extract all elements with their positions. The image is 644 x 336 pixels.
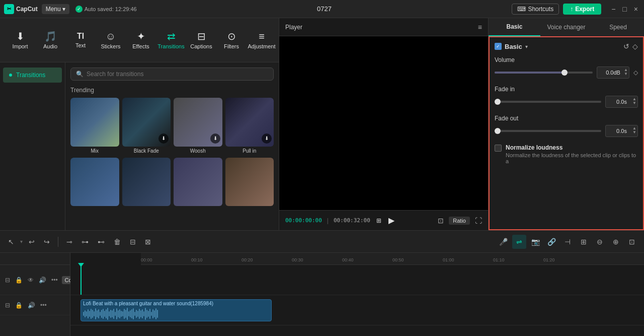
fade-out-slider-track[interactable] bbox=[495, 130, 601, 132]
play-button[interactable]: ▶ bbox=[387, 215, 395, 226]
normalize-checkbox[interactable] bbox=[495, 145, 502, 152]
wave-bar bbox=[139, 309, 140, 319]
maximize-button[interactable]: □ bbox=[620, 4, 628, 14]
import-icon: ⬇ bbox=[16, 31, 25, 41]
keyframe-button[interactable]: ◇ bbox=[632, 42, 638, 50]
zoom-in-button[interactable]: ⊕ bbox=[609, 235, 623, 249]
volume-keyframe-button[interactable]: ◇ bbox=[633, 69, 638, 76]
volume-spinners[interactable]: ▲ ▼ bbox=[624, 68, 628, 76]
right-panel: Basic Voice changer Speed ✓ Basic ▾ ↺ ◇ … bbox=[488, 18, 644, 230]
audio-volume-icon[interactable]: 🔊 bbox=[27, 301, 36, 310]
video-eye-icon[interactable]: 👁 bbox=[27, 276, 35, 285]
split-right-button[interactable]: ⊷ bbox=[95, 236, 108, 248]
toolbar-adjustment[interactable]: ≡ Adjustment bbox=[247, 28, 277, 52]
captions-icon: ⊟ bbox=[197, 31, 206, 41]
fit-timeline-button[interactable]: ⊡ bbox=[625, 235, 639, 249]
basic-checkbox[interactable]: ✓ bbox=[495, 43, 502, 50]
toolbar-captions[interactable]: ⊟ Captions bbox=[186, 28, 216, 52]
download-icon[interactable]: ⬇ bbox=[210, 133, 220, 144]
playhead-triangle bbox=[78, 263, 84, 267]
shortcuts-button[interactable]: ⌨ Shortcuts bbox=[512, 4, 559, 15]
camera-button[interactable]: 📷 bbox=[528, 235, 542, 249]
align-button[interactable]: ⊣ bbox=[560, 235, 575, 249]
reset-button[interactable]: ↺ bbox=[623, 42, 629, 50]
menu-button[interactable]: Menu ▾ bbox=[42, 4, 69, 14]
tab-voice-changer[interactable]: Voice changer bbox=[540, 18, 592, 36]
toolbar-import[interactable]: ⬇ Import bbox=[5, 28, 35, 52]
toolbar-transitions[interactable]: ⇄ Transitions bbox=[156, 28, 186, 52]
transition-2-2[interactable] bbox=[122, 158, 171, 208]
minimize-button[interactable]: − bbox=[609, 4, 617, 14]
transition-pullin[interactable]: ⬇ Pull in bbox=[225, 98, 274, 154]
audio-more-icon[interactable]: ••• bbox=[39, 301, 48, 310]
timeline-area: ↖ ▾ ↩ ↪ ⊸ ⊶ ⊷ 🗑 ⊟ ⊠ 🎤 ⇌ 📷 🔗 ⊣ ⊞ ⊖ ⊕ ⊡ bbox=[0, 230, 644, 336]
tab-basic[interactable]: Basic bbox=[489, 18, 540, 36]
player-menu-button[interactable]: ≡ bbox=[478, 23, 482, 31]
toolbar-text[interactable]: TI Text bbox=[65, 29, 96, 51]
transition-woosh[interactable]: ⬇ Woosh bbox=[174, 98, 222, 154]
normalize-title: Normalize loudness bbox=[506, 144, 638, 151]
fade-out-value-input[interactable]: 0.0s ▲ ▼ bbox=[605, 125, 638, 137]
fade-in-value-input[interactable]: 0.0s ▲ ▼ bbox=[605, 96, 638, 108]
transition-2-1[interactable] bbox=[70, 158, 119, 208]
toolbar-stickers[interactable]: ☺ Stickers bbox=[96, 28, 126, 52]
track-content: 00:00 00:10 00:20 00:30 00:40 00:50 01:0… bbox=[70, 253, 644, 336]
wave-bar bbox=[83, 312, 84, 316]
toolbar-audio[interactable]: 🎵 Audio bbox=[35, 28, 65, 52]
chain-button[interactable]: 🔗 bbox=[544, 235, 558, 249]
sidebar-content: Transitions 🔍 Trending Mix ⬇ bbox=[0, 62, 279, 230]
protect-button[interactable]: ⊠ bbox=[142, 236, 154, 248]
fade-in-slider-track[interactable] bbox=[495, 101, 601, 103]
download-icon[interactable]: ⬇ bbox=[262, 133, 272, 144]
redo-button[interactable]: ↪ bbox=[41, 236, 53, 248]
undo-button[interactable]: ↩ bbox=[26, 236, 38, 248]
audio-track-lock-icon[interactable]: 🔒 bbox=[14, 301, 24, 310]
auto-save-status: ✓ Auto saved: 12:29:46 bbox=[75, 6, 137, 13]
zoom-out-button[interactable]: ⊖ bbox=[593, 235, 607, 249]
ratio-button[interactable]: Ratio bbox=[449, 217, 470, 225]
transition-mix[interactable]: Mix bbox=[70, 98, 119, 154]
group-button[interactable]: ⊟ bbox=[127, 236, 139, 248]
link-audio-button[interactable]: ⇌ bbox=[512, 235, 526, 249]
timeline-toolbar: ↖ ▾ ↩ ↪ ⊸ ⊶ ⊷ 🗑 ⊟ ⊠ 🎤 ⇌ 📷 🔗 ⊣ ⊞ ⊖ ⊕ ⊡ bbox=[0, 231, 644, 253]
audio-lock-icon[interactable]: ⊟ bbox=[4, 301, 11, 310]
split-button[interactable]: ⊸ bbox=[63, 236, 75, 248]
audio-clip[interactable]: Lofi Beat with a pleasant guitar and wat… bbox=[80, 299, 272, 321]
wave-bar bbox=[109, 311, 110, 316]
download-icon[interactable]: ⬇ bbox=[158, 133, 169, 144]
volume-value-input[interactable]: 0.0dB ▲ ▼ bbox=[597, 66, 629, 79]
video-volume-icon[interactable]: 🔊 bbox=[38, 276, 47, 285]
delete-button[interactable]: 🗑 bbox=[111, 236, 124, 248]
playhead[interactable] bbox=[80, 265, 82, 295]
transition-2-3[interactable] bbox=[174, 158, 222, 208]
video-track-settings-icon[interactable]: ⊟ bbox=[4, 276, 11, 285]
wave-bar bbox=[104, 311, 105, 317]
timeline-grid-button[interactable]: ⊞ bbox=[375, 216, 382, 225]
search-box[interactable]: 🔍 bbox=[70, 68, 274, 81]
picture-in-picture-button[interactable]: ⊞ bbox=[577, 235, 591, 249]
select-dropdown-icon: ▾ bbox=[20, 239, 23, 244]
sidebar-item-transitions[interactable]: Transitions bbox=[3, 68, 62, 83]
video-lock-icon[interactable]: 🔒 bbox=[14, 276, 24, 285]
mic-button[interactable]: 🎤 bbox=[496, 235, 510, 249]
volume-slider-thumb bbox=[561, 70, 568, 76]
fade-out-spinners[interactable]: ▲ ▼ bbox=[632, 126, 636, 135]
close-button[interactable]: × bbox=[632, 4, 640, 14]
search-input[interactable] bbox=[87, 71, 268, 78]
export-button[interactable]: ↑ Export bbox=[563, 4, 601, 15]
tab-speed[interactable]: Speed bbox=[592, 18, 644, 36]
toolbar-effects[interactable]: ✦ Effects bbox=[126, 28, 156, 52]
wave-bar bbox=[121, 311, 122, 317]
split-left-button[interactable]: ⊶ bbox=[78, 236, 92, 248]
volume-control: 0.0dB ▲ ▼ ◇ bbox=[495, 66, 638, 79]
fade-in-spinners[interactable]: ▲ ▼ bbox=[632, 97, 636, 105]
video-more-icon[interactable]: ••• bbox=[50, 276, 59, 285]
fullscreen-button[interactable]: ⛶ bbox=[475, 217, 482, 225]
transition-2-4[interactable] bbox=[225, 158, 274, 208]
volume-slider-track[interactable] bbox=[495, 72, 593, 74]
select-tool-button[interactable]: ↖ bbox=[5, 236, 17, 248]
keyboard-icon: ⌨ bbox=[517, 6, 526, 13]
transition-blackfade[interactable]: ⬇ Black Fade bbox=[122, 98, 171, 154]
fit-screen-button[interactable]: ⊡ bbox=[438, 217, 444, 225]
toolbar-filters[interactable]: ⊙ Filters bbox=[216, 28, 247, 52]
